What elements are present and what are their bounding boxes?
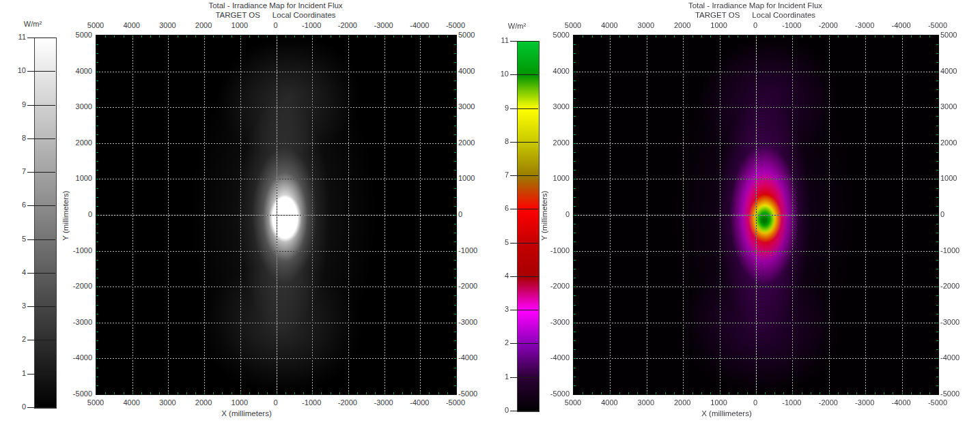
colorbar-tick-line bbox=[510, 142, 538, 143]
x-axis-tick-label-top: 1000 bbox=[710, 21, 727, 29]
x-axis-tick-label-top: -3000 bbox=[855, 21, 874, 29]
y-axis-tick-label-right: -1000 bbox=[940, 246, 960, 254]
colorbar-tick-line bbox=[510, 243, 538, 244]
colorbar-tick-label: 7 bbox=[481, 171, 509, 179]
colorbar-tick-label: 6 bbox=[481, 204, 509, 212]
y-axis-tick-label-right: 2000 bbox=[940, 138, 957, 147]
x-axis-tick-label-top: 2000 bbox=[674, 21, 690, 29]
irradiance-heatmap-false-color bbox=[573, 35, 939, 395]
y-axis-tick-label-right: 0 bbox=[940, 210, 944, 218]
colorbar-tick-line bbox=[510, 276, 538, 277]
subtitle-gap bbox=[740, 11, 752, 19]
colorbar-tick-label: 5 bbox=[481, 238, 509, 246]
colorbar-gradient bbox=[518, 42, 539, 411]
x-axis-tick-label-bottom: -1000 bbox=[782, 398, 801, 407]
colorbar-tick-label: 1 bbox=[481, 372, 509, 381]
x-axis-tick-label-top: -1000 bbox=[782, 21, 801, 29]
colorbar-tick-line bbox=[510, 343, 538, 344]
y-axis-tick-label-left: -5000 bbox=[550, 390, 570, 398]
x-axis-tick-label-bottom: -5000 bbox=[928, 398, 947, 407]
y-axis-tick-label-left: 0 bbox=[565, 210, 570, 218]
colorbar-tick-line bbox=[510, 175, 538, 176]
subtitle-target-os: TARGET OS bbox=[695, 11, 740, 19]
x-axis-tick-label-bottom: 3000 bbox=[638, 398, 654, 407]
y-axis-tick-label-left: -2000 bbox=[550, 282, 570, 290]
colorbar-tick-label: 10 bbox=[481, 70, 509, 78]
x-axis-tick-label-top: 4000 bbox=[601, 21, 617, 29]
colorbar-tick-line bbox=[510, 310, 538, 310]
y-axis-tick-label-right: 5000 bbox=[940, 31, 957, 39]
y-axis-tick-label-left: -1000 bbox=[550, 246, 570, 254]
x-axis-tick-label-bottom: 5000 bbox=[565, 398, 581, 407]
colorbar-tick-line bbox=[510, 41, 538, 42]
colorbar-tick-line bbox=[510, 74, 538, 75]
x-axis-tick-label-top: -2000 bbox=[819, 21, 838, 29]
y-axis-tick-label-left: -4000 bbox=[550, 353, 570, 362]
y-axis-tick-label-left: 3000 bbox=[553, 102, 570, 111]
colorbar-tick-label: 0 bbox=[481, 406, 509, 414]
chart-subtitle: TARGET OSLocal Coordinates bbox=[573, 11, 938, 19]
x-axis-tick-label-top: 0 bbox=[753, 21, 757, 29]
colorbar-tick-label: 2 bbox=[481, 338, 509, 347]
y-axis-tick-label-right: 4000 bbox=[940, 67, 957, 75]
y-axis-tick-label-left: -3000 bbox=[550, 318, 570, 326]
y-axis-tick-label-left: 2000 bbox=[553, 138, 570, 147]
x-axis-tick-label-bottom: 4000 bbox=[601, 398, 617, 407]
y-axis-tick-label-left: 5000 bbox=[553, 31, 570, 39]
x-axis-tick-label-top: 5000 bbox=[565, 21, 581, 29]
colorbar-tick-line bbox=[510, 108, 538, 109]
colorbar-tick-line bbox=[510, 377, 538, 378]
colorbar-tick-label: 4 bbox=[481, 272, 509, 280]
y-axis-tick-label-left: 4000 bbox=[553, 67, 570, 75]
y-axis-tick-label-right: 3000 bbox=[940, 102, 957, 111]
y-axis-tick-label-right: -5000 bbox=[940, 390, 960, 398]
chart-title: Total - Irradiance Map for Incident Flux bbox=[573, 1, 938, 10]
colorbar-tick-label: 11 bbox=[481, 36, 509, 44]
x-axis-tick-label-bottom: -2000 bbox=[819, 398, 838, 407]
y-axis-tick-label-left: 1000 bbox=[553, 174, 570, 182]
y-axis-tick-label-right: -2000 bbox=[940, 282, 960, 290]
x-axis-tick-label-bottom: 2000 bbox=[674, 398, 690, 407]
subtitle-local-coordinates: Local Coordinates bbox=[752, 11, 815, 19]
colorbar-tick-label: 3 bbox=[481, 305, 509, 313]
x-axis-tick-label-top: -5000 bbox=[928, 21, 947, 29]
y-axis-tick-label-right: 1000 bbox=[940, 174, 957, 182]
x-axis-tick-label-bottom: 0 bbox=[753, 398, 757, 407]
x-axis-tick-label-top: 3000 bbox=[638, 21, 654, 29]
colorbar-false-color bbox=[517, 41, 540, 412]
colorbar-unit-label: W/m² bbox=[501, 22, 533, 30]
figure-false-color-irradiance-map: Total - Irradiance Map for Incident Flux… bbox=[0, 0, 980, 440]
x-axis-tick-label-bottom: -3000 bbox=[855, 398, 874, 407]
x-axis-label: X (millimeters) bbox=[701, 409, 751, 417]
irradiance-maps-page: Total - Irradiance Map for Incident Flux… bbox=[0, 0, 980, 440]
colorbar-tick-line bbox=[510, 209, 538, 209]
y-axis-tick-label-right: -4000 bbox=[940, 353, 960, 362]
colorbar-tick-line bbox=[510, 411, 538, 411]
x-axis-tick-label-bottom: 1000 bbox=[710, 398, 727, 407]
y-axis-label: Y (millimeters) bbox=[540, 190, 548, 240]
x-axis-tick-label-top: -4000 bbox=[892, 21, 911, 29]
y-axis-tick-label-right: -3000 bbox=[940, 318, 960, 326]
x-axis-tick-label-bottom: -4000 bbox=[892, 398, 911, 407]
colorbar-tick-label: 8 bbox=[481, 137, 509, 145]
colorbar-tick-label: 9 bbox=[481, 104, 509, 112]
